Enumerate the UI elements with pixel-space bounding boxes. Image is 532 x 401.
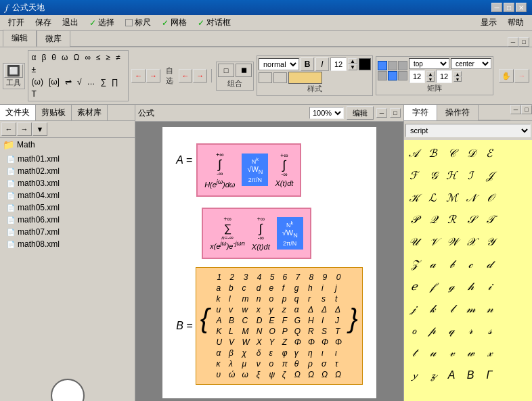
- char-m[interactable]: 𝓂: [464, 300, 477, 319]
- sym-dots[interactable]: …: [85, 76, 97, 87]
- arrow-left[interactable]: ←: [131, 69, 146, 82]
- menu-exit[interactable]: 退出: [57, 16, 84, 30]
- tab-operators[interactable]: 操作符: [437, 105, 479, 120]
- size-up-btn[interactable]: ▲: [348, 58, 357, 64]
- menu-open[interactable]: 打开: [3, 16, 30, 30]
- char-r[interactable]: 𝓇: [464, 321, 477, 341]
- tab-folder[interactable]: 文件夹: [0, 105, 36, 120]
- sym-prod[interactable]: ∏: [110, 76, 120, 87]
- char-u[interactable]: 𝓊: [426, 344, 439, 363]
- char-H[interactable]: ℋ: [445, 166, 458, 186]
- char-Z[interactable]: 𝒵: [407, 255, 420, 275]
- matrix-rows-input[interactable]: [409, 70, 425, 83]
- char-Q[interactable]: 𝒬: [426, 210, 439, 230]
- menu-help[interactable]: 帮助: [502, 16, 529, 30]
- greek-pm[interactable]: ±: [30, 64, 39, 75]
- minimize-button[interactable]: ─: [491, 3, 502, 12]
- tab-clipboard[interactable]: 剪贴板: [36, 105, 72, 120]
- list-item[interactable]: 📄 math02.xml: [1, 165, 133, 177]
- edit-button[interactable]: 编辑: [347, 106, 374, 120]
- char-t[interactable]: 𝓉: [407, 344, 420, 363]
- combo-btn2[interactable]: ◼: [236, 64, 252, 77]
- nav-dropdown[interactable]: ▼: [32, 122, 47, 136]
- char-V[interactable]: 𝒱: [426, 233, 439, 252]
- right-panel-max[interactable]: □: [521, 105, 532, 114]
- char-v[interactable]: 𝓋: [445, 344, 458, 363]
- list-item[interactable]: 📄 math08.xml: [1, 238, 133, 250]
- arrow-right[interactable]: →: [146, 69, 160, 82]
- menu-display[interactable]: 显示: [475, 16, 502, 30]
- script-dropdown[interactable]: script fraktur blackboard normal: [405, 124, 531, 137]
- char-W[interactable]: 𝒲: [445, 233, 458, 252]
- char-k[interactable]: 𝓀: [426, 300, 439, 319]
- menu-ruler[interactable]: 标尺: [120, 16, 156, 30]
- greek-alpha[interactable]: α: [30, 52, 39, 63]
- char-i[interactable]: 𝒾: [483, 277, 496, 297]
- font-color-box[interactable]: [359, 58, 371, 70]
- tab-edit[interactable]: 编辑: [3, 30, 37, 47]
- char-K[interactable]: 𝒦: [407, 189, 420, 208]
- sym-T[interactable]: T: [30, 89, 39, 99]
- sym-paren[interactable]: (ω): [30, 76, 45, 87]
- panel-maximize-btn[interactable]: □: [518, 37, 529, 47]
- matrix-cols-down[interactable]: ▼: [453, 76, 462, 82]
- matrix-cols-input[interactable]: [436, 70, 452, 83]
- char-C[interactable]: 𝒞: [445, 144, 458, 164]
- close-button[interactable]: ✕: [516, 3, 527, 12]
- char-Y[interactable]: 𝒴: [483, 233, 496, 252]
- char-z2[interactable]: 𝔃: [426, 366, 439, 385]
- char-h[interactable]: 𝒽: [464, 277, 477, 297]
- char-Gamma[interactable]: Γ: [483, 366, 496, 385]
- char-A2[interactable]: A: [445, 366, 458, 385]
- align-center-dropdown[interactable]: centerleftright: [451, 58, 491, 69]
- bg-color-box[interactable]: [288, 72, 322, 84]
- greek-Omega[interactable]: Ω: [71, 52, 81, 63]
- size-down-btn[interactable]: ▼: [348, 64, 357, 70]
- panel-min-btn[interactable]: ─: [376, 108, 387, 118]
- list-item[interactable]: 📄 math07.xml: [1, 226, 133, 238]
- list-item[interactable]: 📄 math01.xml: [1, 153, 133, 165]
- greek-inf[interactable]: ∞: [83, 52, 93, 63]
- menu-select[interactable]: ✓ 选择: [84, 16, 120, 30]
- char-X[interactable]: 𝒳: [464, 233, 477, 252]
- char-G[interactable]: 𝒢: [426, 166, 439, 186]
- char-w[interactable]: 𝓌: [464, 344, 477, 363]
- matrix-rows-up[interactable]: ▲: [426, 71, 435, 76]
- char-s[interactable]: 𝓈: [483, 321, 496, 341]
- list-item[interactable]: 📄 math03.xml: [1, 177, 133, 189]
- char-q[interactable]: 𝓆: [445, 321, 458, 341]
- char-p[interactable]: 𝓅: [426, 321, 439, 341]
- char-I[interactable]: ℐ: [464, 166, 477, 186]
- char-n[interactable]: 𝓃: [483, 300, 496, 319]
- bold-button[interactable]: B: [301, 57, 314, 71]
- panel-minimize-btn[interactable]: ─: [508, 37, 518, 47]
- right-panel-min[interactable]: ─: [510, 105, 521, 114]
- char-P[interactable]: 𝒫: [407, 210, 420, 230]
- char-A[interactable]: 𝒜: [407, 144, 420, 164]
- char-B2[interactable]: B: [464, 366, 477, 385]
- char-l[interactable]: 𝓁: [445, 300, 458, 319]
- hand-icon[interactable]: ✋: [499, 69, 514, 82]
- menu-grid[interactable]: ✓ 网格: [156, 16, 192, 30]
- list-item[interactable]: 📄 math04.xml: [1, 189, 133, 202]
- combo-btn1[interactable]: □: [218, 64, 234, 77]
- char-N[interactable]: 𝒩: [464, 189, 477, 208]
- char-T[interactable]: 𝒯: [483, 210, 496, 230]
- tab-library[interactable]: 微库: [37, 30, 70, 47]
- greek-theta[interactable]: θ: [49, 52, 58, 63]
- greek-ne[interactable]: ≠: [114, 52, 123, 63]
- sym-sum[interactable]: ∑: [99, 76, 109, 87]
- arrow-left2[interactable]: ←: [179, 69, 193, 82]
- char-b[interactable]: 𝒷: [445, 255, 458, 275]
- matrix-rows-down[interactable]: ▼: [426, 76, 435, 82]
- italic-button[interactable]: I: [315, 57, 329, 71]
- font-dropdown[interactable]: normal bold italic: [259, 58, 299, 70]
- char-o[interactable]: ℴ: [407, 321, 420, 341]
- char-L[interactable]: ℒ: [426, 189, 439, 208]
- char-J[interactable]: 𝒥: [483, 166, 496, 186]
- char-f[interactable]: 𝒻: [426, 277, 439, 297]
- char-S[interactable]: 𝒮: [464, 210, 477, 230]
- list-item[interactable]: 📄 math06.xml: [1, 214, 133, 226]
- char-D[interactable]: 𝒟: [464, 144, 477, 164]
- align-top-dropdown[interactable]: topmiddlebottom: [409, 58, 449, 69]
